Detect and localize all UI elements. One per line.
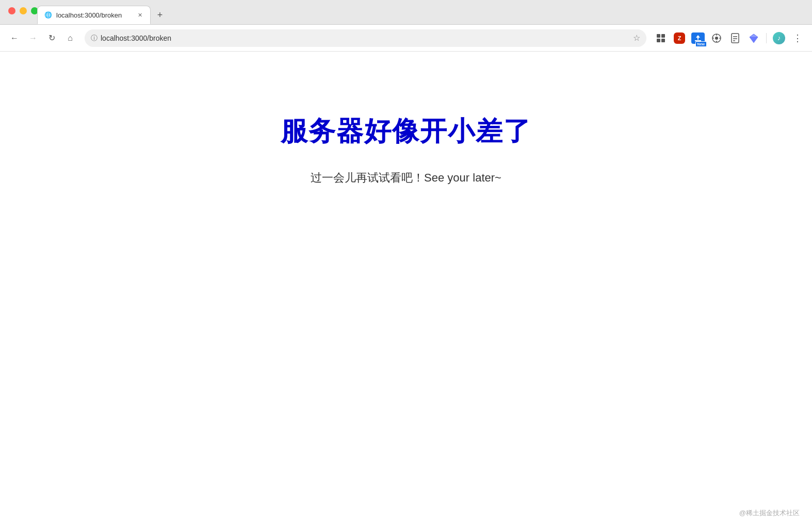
upload-icon-button[interactable]: New [690, 30, 706, 46]
svg-marker-15 [750, 34, 758, 37]
music-icon: ♪ [773, 32, 785, 44]
new-badge: New [695, 41, 707, 47]
gem-icon [748, 32, 759, 44]
more-menu-button[interactable]: ⋮ [789, 30, 806, 46]
tab-favicon-icon: 🌐 [44, 11, 52, 19]
tab-title: localhost:3000/broken [56, 11, 132, 19]
close-button[interactable] [8, 7, 15, 14]
upload-icon: New [691, 32, 705, 44]
url-text: localhost:3000/broken [101, 34, 630, 42]
svg-rect-2 [657, 39, 660, 42]
document-icon-button[interactable] [727, 30, 743, 46]
svg-rect-10 [732, 34, 739, 43]
tab-bar: 🌐 localhost:3000/broken ✕ + [0, 0, 812, 25]
zadeh-icon: Z [674, 32, 685, 44]
minimize-button[interactable] [20, 7, 27, 14]
window-controls [8, 7, 38, 14]
document-icon [730, 33, 740, 43]
music-icon-button[interactable]: ♪ [771, 30, 787, 46]
toolbar-divider [766, 33, 767, 43]
svg-rect-3 [661, 39, 665, 42]
gem-icon-button[interactable] [745, 30, 762, 46]
circle-icon-button[interactable] [708, 30, 725, 46]
browser-window: 🌐 localhost:3000/broken ✕ + ← → ↻ ⌂ ⓘ lo… [0, 0, 812, 526]
bookmark-star-icon[interactable]: ☆ [633, 33, 640, 43]
refresh-button[interactable]: ↻ [43, 30, 60, 46]
page-subtitle: 过一会儿再试试看吧！See your later~ [311, 170, 501, 186]
active-tab[interactable]: 🌐 localhost:3000/broken ✕ [37, 6, 151, 24]
toolbar-icons: Z New [653, 30, 806, 46]
tab-close-button[interactable]: ✕ [136, 11, 144, 19]
address-bar[interactable]: ⓘ localhost:3000/broken ☆ [85, 29, 646, 47]
page-content: 服务器好像开小差了 过一会儿再试试看吧！See your later~ @稀土掘… [0, 52, 812, 526]
svg-rect-0 [657, 34, 660, 38]
secure-icon: ⓘ [91, 34, 98, 43]
page-footer: @稀土掘金技术社区 [739, 508, 800, 518]
back-button[interactable]: ← [6, 30, 23, 46]
forward-button[interactable]: → [25, 30, 41, 46]
circle-target-icon [711, 33, 722, 43]
home-button[interactable]: ⌂ [62, 30, 78, 46]
zadeh-icon-button[interactable]: Z [671, 30, 688, 46]
nav-bar: ← → ↻ ⌂ ⓘ localhost:3000/broken ☆ Z [0, 25, 812, 52]
svg-point-5 [715, 37, 718, 40]
grid-icon [656, 33, 666, 43]
svg-rect-1 [661, 34, 665, 38]
page-heading: 服务器好像开小差了 [281, 113, 531, 150]
grid-icon-button[interactable] [653, 30, 669, 46]
new-tab-button[interactable]: + [153, 8, 167, 22]
